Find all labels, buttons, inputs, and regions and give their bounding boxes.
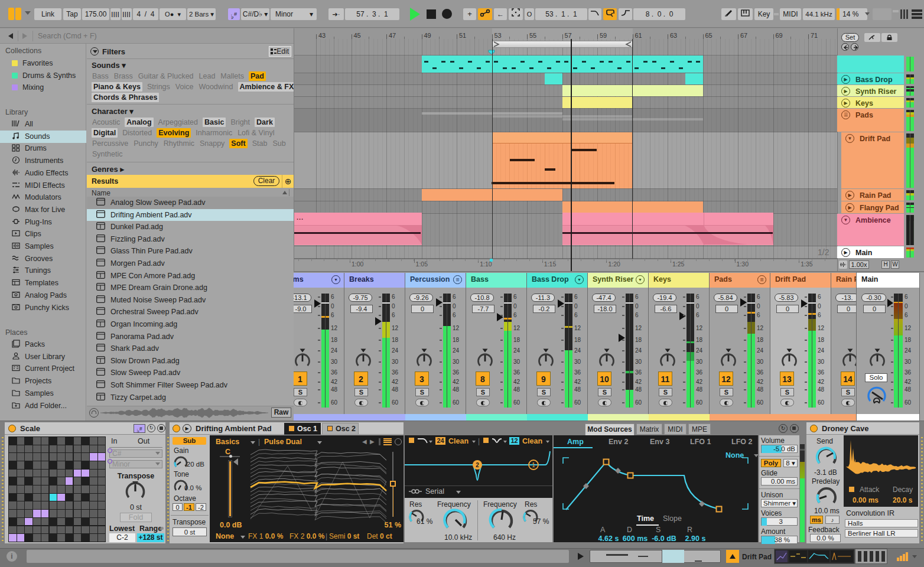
svg-text:2: 2 (476, 462, 479, 468)
svg-text:1: 1 (532, 462, 535, 468)
